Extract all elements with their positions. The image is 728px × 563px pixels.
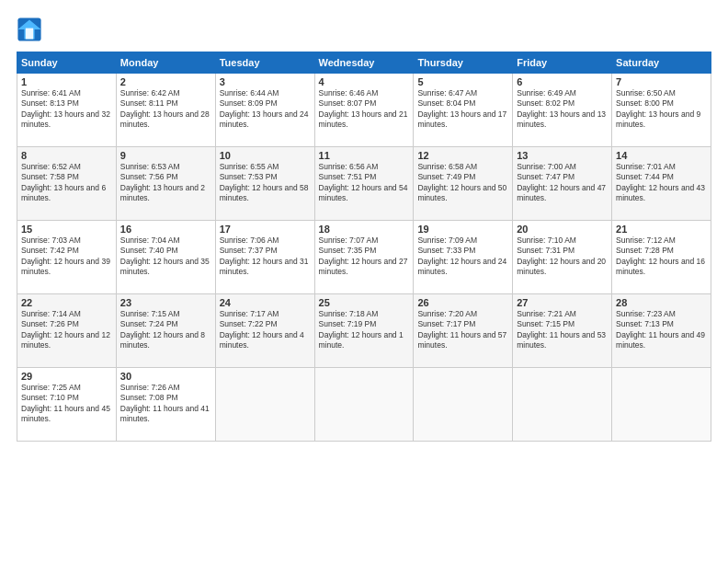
day-info: Sunrise: 7:03 AMSunset: 7:42 PMDaylight:…	[21, 236, 112, 278]
day-info: Sunrise: 7:12 AMSunset: 7:28 PMDaylight:…	[616, 236, 707, 278]
day-info: Sunrise: 7:09 AMSunset: 7:33 PMDaylight:…	[417, 236, 508, 278]
day-info: Sunrise: 7:26 AMSunset: 7:08 PMDaylight:…	[120, 383, 211, 425]
day-cell-7: 7Sunrise: 6:50 AMSunset: 8:00 PMDaylight…	[612, 74, 711, 147]
week-row-5: 29Sunrise: 7:25 AMSunset: 7:10 PMDayligh…	[17, 368, 711, 442]
day-cell-28: 28Sunrise: 7:23 AMSunset: 7:13 PMDayligh…	[612, 294, 711, 368]
day-number: 30	[120, 371, 211, 382]
day-info: Sunrise: 7:18 AMSunset: 7:19 PMDaylight:…	[319, 309, 410, 351]
day-info: Sunrise: 7:06 AMSunset: 7:37 PMDaylight:…	[220, 236, 311, 278]
weekday-header-wednesday: Wednesday	[314, 52, 414, 74]
day-number: 3	[220, 76, 311, 87]
day-info: Sunrise: 7:04 AMSunset: 7:40 PMDaylight:…	[120, 236, 211, 278]
day-number: 21	[616, 224, 707, 235]
week-row-4: 22Sunrise: 7:14 AMSunset: 7:26 PMDayligh…	[17, 294, 711, 368]
day-cell-30: 30Sunrise: 7:26 AMSunset: 7:08 PMDayligh…	[116, 368, 215, 442]
day-info: Sunrise: 6:50 AMSunset: 8:00 PMDaylight:…	[616, 88, 707, 131]
day-cell-2: 2Sunrise: 6:42 AMSunset: 8:11 PMDaylight…	[116, 74, 215, 147]
day-info: Sunrise: 6:52 AMSunset: 7:58 PMDaylight:…	[21, 162, 112, 204]
day-cell-18: 18Sunrise: 7:07 AMSunset: 7:35 PMDayligh…	[314, 221, 414, 294]
day-number: 6	[517, 76, 608, 87]
day-info: Sunrise: 7:25 AMSunset: 7:10 PMDaylight:…	[21, 383, 112, 425]
empty-cell	[215, 368, 314, 442]
day-number: 28	[616, 297, 707, 308]
day-number: 20	[517, 224, 608, 235]
day-info: Sunrise: 7:20 AMSunset: 7:17 PMDaylight:…	[417, 309, 508, 351]
day-number: 7	[616, 76, 707, 87]
day-cell-17: 17Sunrise: 7:06 AMSunset: 7:37 PMDayligh…	[215, 221, 314, 294]
day-number: 29	[21, 371, 112, 382]
day-cell-11: 11Sunrise: 6:56 AMSunset: 7:51 PMDayligh…	[314, 147, 414, 221]
logo-icon	[17, 17, 42, 42]
day-number: 12	[417, 150, 508, 161]
day-info: Sunrise: 6:56 AMSunset: 7:51 PMDaylight:…	[319, 162, 410, 204]
day-cell-24: 24Sunrise: 7:17 AMSunset: 7:22 PMDayligh…	[215, 294, 314, 368]
day-number: 17	[220, 224, 311, 235]
week-row-3: 15Sunrise: 7:03 AMSunset: 7:42 PMDayligh…	[17, 221, 711, 294]
day-info: Sunrise: 6:53 AMSunset: 7:56 PMDaylight:…	[120, 162, 211, 204]
weekday-header-row: SundayMondayTuesdayWednesdayThursdayFrid…	[17, 52, 711, 74]
day-cell-16: 16Sunrise: 7:04 AMSunset: 7:40 PMDayligh…	[116, 221, 215, 294]
day-cell-14: 14Sunrise: 7:01 AMSunset: 7:44 PMDayligh…	[612, 147, 711, 221]
day-number: 9	[120, 150, 211, 161]
empty-cell	[513, 368, 612, 442]
day-info: Sunrise: 6:42 AMSunset: 8:11 PMDaylight:…	[120, 88, 211, 131]
day-info: Sunrise: 7:17 AMSunset: 7:22 PMDaylight:…	[220, 309, 311, 351]
day-number: 22	[21, 297, 112, 308]
day-cell-23: 23Sunrise: 7:15 AMSunset: 7:24 PMDayligh…	[116, 294, 215, 368]
day-info: Sunrise: 7:21 AMSunset: 7:15 PMDaylight:…	[517, 309, 608, 351]
day-number: 24	[220, 297, 311, 308]
day-cell-12: 12Sunrise: 6:58 AMSunset: 7:49 PMDayligh…	[414, 147, 513, 221]
day-number: 19	[417, 224, 508, 235]
day-number: 11	[319, 150, 410, 161]
day-number: 4	[319, 76, 410, 87]
logo	[17, 17, 46, 42]
day-cell-29: 29Sunrise: 7:25 AMSunset: 7:10 PMDayligh…	[17, 368, 117, 442]
day-number: 18	[319, 224, 410, 235]
day-info: Sunrise: 7:10 AMSunset: 7:31 PMDaylight:…	[517, 236, 608, 278]
day-cell-3: 3Sunrise: 6:44 AMSunset: 8:09 PMDaylight…	[215, 74, 314, 147]
day-info: Sunrise: 6:44 AMSunset: 8:09 PMDaylight:…	[220, 88, 311, 131]
day-info: Sunrise: 7:00 AMSunset: 7:47 PMDaylight:…	[517, 162, 608, 204]
day-number: 14	[616, 150, 707, 161]
day-number: 27	[517, 297, 608, 308]
day-cell-13: 13Sunrise: 7:00 AMSunset: 7:47 PMDayligh…	[513, 147, 612, 221]
day-cell-20: 20Sunrise: 7:10 AMSunset: 7:31 PMDayligh…	[513, 221, 612, 294]
day-cell-22: 22Sunrise: 7:14 AMSunset: 7:26 PMDayligh…	[17, 294, 117, 368]
week-row-1: 1Sunrise: 6:41 AMSunset: 8:13 PMDaylight…	[17, 74, 711, 147]
header	[17, 17, 711, 42]
svg-rect-2	[26, 29, 33, 40]
day-number: 8	[21, 150, 112, 161]
weekday-header-tuesday: Tuesday	[215, 52, 314, 74]
day-cell-6: 6Sunrise: 6:49 AMSunset: 8:02 PMDaylight…	[513, 74, 612, 147]
day-number: 1	[21, 76, 112, 87]
day-info: Sunrise: 6:49 AMSunset: 8:02 PMDaylight:…	[517, 88, 608, 131]
day-number: 5	[417, 76, 508, 87]
day-info: Sunrise: 6:55 AMSunset: 7:53 PMDaylight:…	[220, 162, 311, 204]
day-cell-8: 8Sunrise: 6:52 AMSunset: 7:58 PMDaylight…	[17, 147, 117, 221]
weekday-header-monday: Monday	[116, 52, 215, 74]
calendar-table: SundayMondayTuesdayWednesdayThursdayFrid…	[17, 52, 711, 442]
day-info: Sunrise: 6:47 AMSunset: 8:04 PMDaylight:…	[417, 88, 508, 131]
day-number: 10	[220, 150, 311, 161]
day-info: Sunrise: 6:41 AMSunset: 8:13 PMDaylight:…	[21, 88, 112, 131]
day-number: 23	[120, 297, 211, 308]
day-number: 25	[319, 297, 410, 308]
day-number: 13	[517, 150, 608, 161]
day-cell-27: 27Sunrise: 7:21 AMSunset: 7:15 PMDayligh…	[513, 294, 612, 368]
day-number: 26	[417, 297, 508, 308]
day-cell-10: 10Sunrise: 6:55 AMSunset: 7:53 PMDayligh…	[215, 147, 314, 221]
day-number: 16	[120, 224, 211, 235]
day-info: Sunrise: 7:23 AMSunset: 7:13 PMDaylight:…	[616, 309, 707, 351]
day-cell-21: 21Sunrise: 7:12 AMSunset: 7:28 PMDayligh…	[612, 221, 711, 294]
weekday-header-saturday: Saturday	[612, 52, 711, 74]
empty-cell	[314, 368, 414, 442]
day-cell-9: 9Sunrise: 6:53 AMSunset: 7:56 PMDaylight…	[116, 147, 215, 221]
day-info: Sunrise: 6:58 AMSunset: 7:49 PMDaylight:…	[417, 162, 508, 204]
day-number: 15	[21, 224, 112, 235]
day-cell-25: 25Sunrise: 7:18 AMSunset: 7:19 PMDayligh…	[314, 294, 414, 368]
empty-cell	[612, 368, 711, 442]
weekday-header-friday: Friday	[513, 52, 612, 74]
day-info: Sunrise: 7:07 AMSunset: 7:35 PMDaylight:…	[319, 236, 410, 278]
day-info: Sunrise: 7:01 AMSunset: 7:44 PMDaylight:…	[616, 162, 707, 204]
page: SundayMondayTuesdayWednesdayThursdayFrid…	[0, 0, 728, 563]
